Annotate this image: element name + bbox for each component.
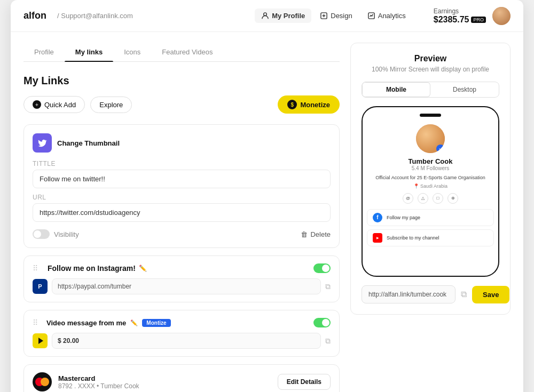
monetize-dollar-icon: $ [287,100,297,109]
earnings-badge: PRO [471,17,486,23]
video-edit-icon[interactable]: ✏️ [130,319,138,326]
phone-icon-1: @ [403,193,413,204]
twitter-title-input[interactable] [33,170,331,188]
preview-card: Preview 100% Mirror Screen will display … [350,43,511,315]
preview-tab-mobile[interactable]: Mobile [362,82,430,97]
instagram-card: ⠿ Follow me on Instagram! ✏️ P https://p… [23,255,340,302]
svg-point-0 [264,13,267,16]
phone-icon-4: ⊕ [447,193,458,204]
preview-tabs: Mobile Desktop [362,82,499,98]
left-panel: Profile My links Icons Featured Videos M… [23,43,340,392]
card-footer: Visibility 🗑 Delete [33,229,331,239]
facebook-icon-small: f [373,213,382,222]
explore-button[interactable]: Explore [90,97,132,113]
preview-tab-desktop[interactable]: Desktop [430,82,499,97]
preview-title: Preview [362,54,499,63]
btn-row: + Quick Add Explore $ Monetize [23,95,340,114]
phone-bio: Official Account for 25 E-Sports Game Or… [375,174,485,181]
profile-avatar-phone [416,124,445,153]
video-drag-handle[interactable]: ⠿ [33,318,38,327]
url-label: URL [33,194,331,201]
mastercard-row: Mastercard 8792 . XXXX • Tumber Cook Edi… [23,364,340,392]
video-title-row: ⠿ Video message from me ✏️ Montize [33,318,171,327]
youtube-icon-small: ▶ [373,233,382,243]
nav-design[interactable]: Design [313,9,358,23]
tab-profile[interactable]: Profile [23,43,65,61]
tabs: Profile My links Icons Featured Videos [23,43,340,62]
phone-yt-text: Subscribe to my channel [387,235,439,241]
card-header: Change Thumbnail [33,133,331,153]
video-title: Video message from me [46,319,126,327]
phone-profile-name: Tumber Cook [409,157,453,165]
twitter-icon [33,133,52,153]
url-bar-row: ⧉ Save [362,285,499,303]
tab-icons[interactable]: Icons [113,43,151,61]
phone-link-facebook: f Follow my page [367,209,494,226]
phone-icon-2: △ [418,193,428,204]
video-copy-icon[interactable]: ⧉ [325,337,331,346]
mastercard-icon [33,372,52,391]
header-nav: My Profile Design Analytics [255,9,412,23]
delete-button[interactable]: 🗑 Delete [301,230,331,238]
header-support: / Support@alfanlink.com [57,12,133,20]
instagram-toggle[interactable] [313,263,331,273]
main-body: Profile My links Icons Featured Videos M… [11,32,523,392]
video-url-row: $ 20.00 ⧉ [33,333,331,349]
video-card-header: ⠿ Video message from me ✏️ Montize [33,318,331,327]
earnings-label: Earnings [434,7,486,15]
analytics-icon [367,12,375,20]
monetize-badge: Montize [142,319,170,327]
visibility-toggle[interactable] [33,229,50,239]
save-button[interactable]: Save [472,286,509,303]
phone-location: 📍 Saudi Arabia [413,183,447,189]
mastercard-info: Mastercard 8792 . XXXX • Tumber Cook [58,374,271,390]
instagram-title: Follow me on Instagram! ✏️ [48,264,147,273]
instagram-url: https://paypal.com/tumber [52,278,321,294]
visibility-row: Visibility [33,229,79,239]
title-label: TITTLE [33,160,331,167]
video-card: ⠿ Video message from me ✏️ Montize $ 20.… [23,310,340,357]
url-bar-input[interactable] [362,285,456,303]
section-title: My Links [23,75,340,87]
nav-my-profile[interactable]: My Profile [255,9,311,23]
drag-handle[interactable]: ⠿ [33,264,38,273]
phone-icon-3: □ [433,193,443,204]
earnings: Earnings $2385.75 PRO [434,7,486,25]
header: alfon / Support@alfanlink.com My Profile… [11,0,523,32]
video-toggle[interactable] [313,318,331,327]
logo: alfon [23,10,46,21]
copy-url-button[interactable]: ⧉ [461,290,467,299]
preview-subtitle: 100% Mirror Screen will display on profi… [362,66,499,73]
phone-link-youtube: ▶ Subscribe to my channel [367,229,494,246]
twitter-url-input[interactable] [33,203,331,222]
instagram-card-header: ⠿ Follow me on Instagram! ✏️ [33,263,331,273]
mastercard-name: Mastercard [58,374,271,382]
tab-featured-videos[interactable]: Featured Videos [151,43,223,61]
phone-icons-row: @ △ □ ⊕ [403,193,458,204]
tab-my-links[interactable]: My links [65,43,113,61]
copy-icon[interactable]: ⧉ [325,282,331,291]
right-panel: Preview 100% Mirror Screen will display … [350,43,511,392]
plus-icon: + [33,100,41,109]
quick-add-button[interactable]: + Quick Add [23,96,85,113]
change-thumbnail-label[interactable]: Change Thumbnail [57,139,120,147]
edit-details-button[interactable]: Edit Details [278,374,331,390]
phone-notch [420,114,441,117]
avatar[interactable] [492,7,511,25]
video-price: $ 20.00 [52,333,321,349]
main-window: alfon / Support@alfanlink.com My Profile… [11,0,523,392]
nav-analytics[interactable]: Analytics [361,9,412,23]
profile-icon [261,12,269,20]
verified-badge [436,145,445,153]
phone-fb-text: Follow my page [387,215,420,220]
instagram-url-row: P https://paypal.com/tumber ⧉ [33,278,331,294]
phone-mockup: Tumber Cook 5.4 M Followers Official Acc… [362,106,499,277]
instagram-edit-icon[interactable]: ✏️ [139,265,147,272]
paypal-icon: P [33,279,48,294]
header-right: Earnings $2385.75 PRO [434,7,511,25]
monetize-button[interactable]: $ Monetize [278,95,340,114]
design-icon [320,12,328,20]
mastercard-details: 8792 . XXXX • Tumber Cook [58,382,271,390]
twitter-card: Change Thumbnail TITTLE URL Visibility 🗑… [23,124,340,248]
twitter-bird-icon [37,138,47,148]
